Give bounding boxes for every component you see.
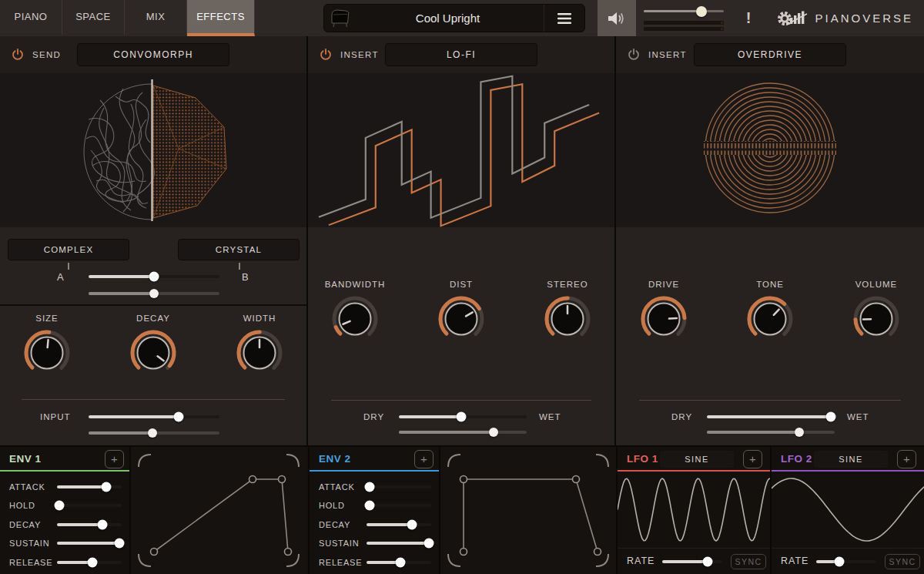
drive-label: DRIVE bbox=[648, 280, 679, 289]
morph-b-label: B bbox=[242, 271, 249, 283]
preset-name: Cool Upright bbox=[352, 12, 544, 25]
overdrive-select-button[interactable]: OVERDRIVE bbox=[694, 43, 846, 66]
overdrive-power-button[interactable] bbox=[627, 48, 641, 62]
env2-sustain-slider[interactable] bbox=[367, 542, 431, 545]
env1-attack-label: ATTACK bbox=[9, 482, 45, 492]
overdrive-insert-label: INSERT bbox=[648, 50, 687, 59]
convomorph-select-button[interactable]: CONVOMORPH bbox=[77, 43, 229, 66]
lfo1-shape-button[interactable]: SINE bbox=[660, 451, 734, 468]
overdrive-spiral-graphic bbox=[616, 73, 923, 227]
morph-mod-slider[interactable] bbox=[89, 292, 219, 295]
od-wet-label: WET bbox=[847, 412, 869, 421]
volume-label: VOLUME bbox=[855, 280, 898, 289]
master-volume-group bbox=[644, 0, 725, 36]
speaker-icon bbox=[607, 10, 627, 27]
lfo2-rate-row: RATE SYNC bbox=[772, 548, 924, 574]
lfo2-shape-button[interactable]: SINE bbox=[814, 451, 888, 468]
morph-b-tick bbox=[239, 263, 240, 270]
morph-slider[interactable] bbox=[89, 275, 219, 278]
lfo1-title: LFO 1 bbox=[627, 453, 658, 465]
lofi-select-button[interactable]: LO-FI bbox=[385, 43, 537, 66]
dry-wet-mod-slider[interactable] bbox=[399, 431, 527, 434]
env1-release-slider[interactable] bbox=[57, 561, 122, 564]
width-label: WIDTH bbox=[243, 314, 276, 323]
env2-attack-slider[interactable] bbox=[367, 485, 431, 488]
stereo-label: STEREO bbox=[547, 280, 588, 289]
preset-menu-button[interactable] bbox=[544, 5, 584, 32]
env1-title: ENV 1 bbox=[9, 453, 42, 465]
lfo1-sync-button[interactable]: SYNC bbox=[731, 554, 766, 569]
dist-knob[interactable] bbox=[437, 291, 486, 344]
tone-knob[interactable] bbox=[745, 291, 795, 344]
lofi-controls: BANDWIDTH DIST bbox=[308, 227, 614, 445]
lfo2-wave-display bbox=[772, 472, 924, 548]
dry-wet-slider[interactable] bbox=[399, 415, 527, 418]
morph-a-button[interactable]: COMPLEX bbox=[8, 239, 129, 260]
env2-decay-slider[interactable] bbox=[367, 523, 431, 526]
env2-title: ENV 2 bbox=[319, 453, 351, 465]
piano-icon bbox=[329, 8, 352, 29]
send-label: SEND bbox=[32, 50, 61, 59]
tab-piano[interactable]: PIANO bbox=[0, 0, 62, 36]
env2-add-button[interactable]: + bbox=[414, 450, 434, 468]
lfo1-rate-slider[interactable] bbox=[662, 560, 722, 563]
lfo2-sync-button[interactable]: SYNC bbox=[885, 554, 920, 569]
env2-decay-label: DECAY bbox=[319, 520, 350, 529]
pianoverse-effects-window: PIANO SPACE MIX EFFECTS Cool Upright bbox=[0, 0, 924, 574]
lofi-knobs: BANDWIDTH DIST bbox=[308, 280, 614, 344]
volume-slider[interactable] bbox=[644, 10, 724, 12]
size-label: SIZE bbox=[35, 314, 59, 323]
convomorph-controls: COMPLEX CRYSTAL A B SIZE bbox=[0, 227, 306, 445]
mute-button[interactable] bbox=[598, 0, 636, 36]
lofi-power-button[interactable] bbox=[319, 48, 333, 62]
preset-selector[interactable]: Cool Upright bbox=[323, 4, 585, 32]
lofi-waveform-graphic bbox=[308, 73, 614, 227]
overdrive-knobs: DRIVE TONE bbox=[616, 280, 924, 344]
bandwidth-label: BANDWIDTH bbox=[325, 280, 386, 289]
tab-space[interactable]: SPACE bbox=[62, 0, 125, 36]
send-power-button[interactable] bbox=[11, 48, 25, 62]
decay-knob[interactable] bbox=[129, 325, 178, 378]
lfo1-add-button[interactable]: + bbox=[743, 450, 762, 468]
overdrive-controls: DRIVE TONE bbox=[616, 227, 924, 445]
morph-sphere-graphic bbox=[0, 73, 306, 227]
logo-text: PIANOVERSE bbox=[815, 12, 913, 25]
lfo2-add-button[interactable]: + bbox=[897, 450, 916, 468]
od-dry-wet-mod-slider[interactable] bbox=[707, 431, 835, 434]
env1-graph[interactable] bbox=[129, 447, 306, 574]
level-meter-right bbox=[644, 27, 724, 31]
stereo-knob[interactable] bbox=[543, 291, 592, 344]
overdrive-visualization bbox=[616, 73, 924, 227]
od-volume-knob[interactable] bbox=[852, 291, 901, 344]
morph-b-button[interactable]: CRYSTAL bbox=[178, 239, 300, 260]
lfo1-section: LFO 1 SINE + RATE SYNC bbox=[616, 447, 770, 574]
env1-attack-slider[interactable] bbox=[57, 485, 122, 488]
od-dry-wet-slider[interactable] bbox=[707, 415, 835, 418]
drive-knob[interactable] bbox=[639, 291, 688, 344]
env1-decay-slider[interactable] bbox=[57, 523, 122, 526]
input-mod-slider[interactable] bbox=[89, 431, 219, 435]
env2-graph[interactable] bbox=[439, 447, 616, 574]
morph-a-label: A bbox=[57, 271, 64, 283]
morph-a-tick bbox=[68, 263, 69, 270]
size-knob[interactable] bbox=[22, 325, 72, 378]
od-dry-label: DRY bbox=[671, 412, 692, 421]
tab-effects[interactable]: EFFECTS bbox=[187, 0, 255, 36]
alert-button[interactable]: ! bbox=[732, 0, 765, 36]
tab-mix[interactable]: MIX bbox=[125, 0, 187, 36]
input-slider[interactable] bbox=[89, 415, 219, 418]
width-knob[interactable] bbox=[235, 325, 284, 378]
env1-release-label: RELEASE bbox=[9, 558, 52, 567]
bandwidth-knob[interactable] bbox=[330, 291, 380, 344]
env1-add-button[interactable]: + bbox=[105, 450, 124, 468]
main-tabs: PIANO SPACE MIX EFFECTS bbox=[0, 0, 255, 36]
env2-release-slider[interactable] bbox=[367, 561, 431, 564]
lfo2-waveform bbox=[772, 472, 924, 548]
env1-hold-slider[interactable] bbox=[57, 504, 122, 507]
convomorph-visualization bbox=[0, 73, 306, 227]
env2-hold-slider[interactable] bbox=[367, 504, 431, 507]
top-bar: PIANO SPACE MIX EFFECTS Cool Upright bbox=[0, 0, 924, 36]
lfo2-rate-slider[interactable] bbox=[816, 560, 876, 563]
env1-sustain-slider[interactable] bbox=[57, 542, 122, 545]
overdrive-header: INSERT OVERDRIVE bbox=[616, 36, 924, 73]
